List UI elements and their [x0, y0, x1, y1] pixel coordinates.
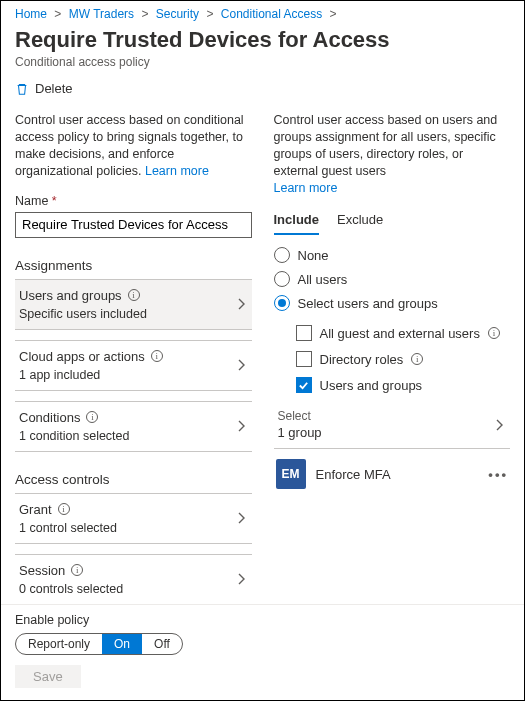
radio-none[interactable]: None — [274, 247, 511, 263]
selected-group-row[interactable]: EM Enforce MFA ••• — [274, 449, 511, 499]
chevron-right-icon: > — [54, 7, 61, 21]
enable-policy-label: Enable policy — [15, 613, 510, 627]
right-description: Control user access based on users and g… — [274, 112, 511, 196]
right-pane: Control user access based on users and g… — [274, 112, 511, 615]
page-subtitle: Conditional access policy — [15, 55, 510, 69]
breadcrumb-home[interactable]: Home — [15, 7, 47, 21]
chevron-right-icon — [236, 358, 246, 372]
assignment-cloud-apps[interactable]: Cloud apps or actions i 1 app included — [15, 340, 252, 391]
chevron-right-icon — [236, 572, 246, 586]
info-icon[interactable]: i — [71, 564, 83, 576]
info-icon[interactable]: i — [128, 289, 140, 301]
checkbox-guest-users[interactable]: All guest and external users i — [296, 325, 511, 341]
info-icon[interactable]: i — [488, 327, 500, 339]
learn-more-link[interactable]: Learn more — [145, 164, 209, 178]
info-icon[interactable]: i — [151, 350, 163, 362]
radio-icon — [274, 295, 290, 311]
learn-more-link[interactable]: Learn more — [274, 181, 338, 195]
access-grant[interactable]: Grant i 1 control selected — [15, 493, 252, 544]
chevron-right-icon — [236, 419, 246, 433]
include-exclude-tabs: Include Exclude — [274, 212, 511, 235]
access-session[interactable]: Session i 0 controls selected — [15, 554, 252, 605]
breadcrumb-tenant[interactable]: MW Traders — [69, 7, 134, 21]
left-description: Control user access based on conditional… — [15, 112, 252, 180]
toggle-on[interactable]: On — [102, 634, 142, 654]
chevron-right-icon: > — [141, 7, 148, 21]
tab-exclude[interactable]: Exclude — [337, 212, 383, 235]
radio-select-users-groups[interactable]: Select users and groups — [274, 295, 511, 311]
checkbox-icon — [296, 377, 312, 393]
assignment-users-groups[interactable]: Users and groups i Specific users includ… — [15, 279, 252, 330]
chevron-right-icon: > — [206, 7, 213, 21]
checkbox-users-groups[interactable]: Users and groups — [296, 377, 511, 393]
group-avatar: EM — [276, 459, 306, 489]
chevron-right-icon: > — [330, 7, 337, 21]
checkbox-directory-roles[interactable]: Directory roles i — [296, 351, 511, 367]
chevron-right-icon — [494, 418, 504, 432]
footer: Enable policy Report-only On Off Save — [1, 604, 524, 700]
checkbox-icon — [296, 351, 312, 367]
page-title: Require Trusted Devices for Access — [15, 27, 510, 53]
radio-icon — [274, 271, 290, 287]
breadcrumb-conditional-access[interactable]: Conditional Access — [221, 7, 322, 21]
radio-all-users[interactable]: All users — [274, 271, 511, 287]
left-pane: Control user access based on conditional… — [15, 112, 252, 615]
chevron-right-icon — [236, 297, 246, 311]
tab-include[interactable]: Include — [274, 212, 320, 235]
chevron-right-icon — [236, 511, 246, 525]
info-icon[interactable]: i — [58, 503, 70, 515]
assignment-conditions[interactable]: Conditions i 1 condition selected — [15, 401, 252, 452]
info-icon[interactable]: i — [86, 411, 98, 423]
policy-name-input[interactable] — [15, 212, 252, 238]
group-name: Enforce MFA — [316, 467, 391, 482]
save-button[interactable]: Save — [15, 665, 81, 688]
assignments-heading: Assignments — [15, 258, 252, 273]
enable-policy-toggle[interactable]: Report-only On Off — [15, 633, 183, 655]
delete-button[interactable]: Delete — [35, 81, 73, 96]
toggle-report-only[interactable]: Report-only — [16, 634, 102, 654]
access-controls-heading: Access controls — [15, 472, 252, 487]
breadcrumb-security[interactable]: Security — [156, 7, 199, 21]
breadcrumb: Home > MW Traders > Security > Condition… — [1, 1, 524, 25]
name-label: Name * — [15, 194, 252, 208]
radio-icon — [274, 247, 290, 263]
checkbox-icon — [296, 325, 312, 341]
delete-icon[interactable] — [15, 82, 29, 96]
toggle-off[interactable]: Off — [142, 634, 182, 654]
info-icon[interactable]: i — [411, 353, 423, 365]
more-actions-icon[interactable]: ••• — [488, 467, 508, 482]
select-groups-picker[interactable]: Select 1 group — [274, 401, 511, 449]
